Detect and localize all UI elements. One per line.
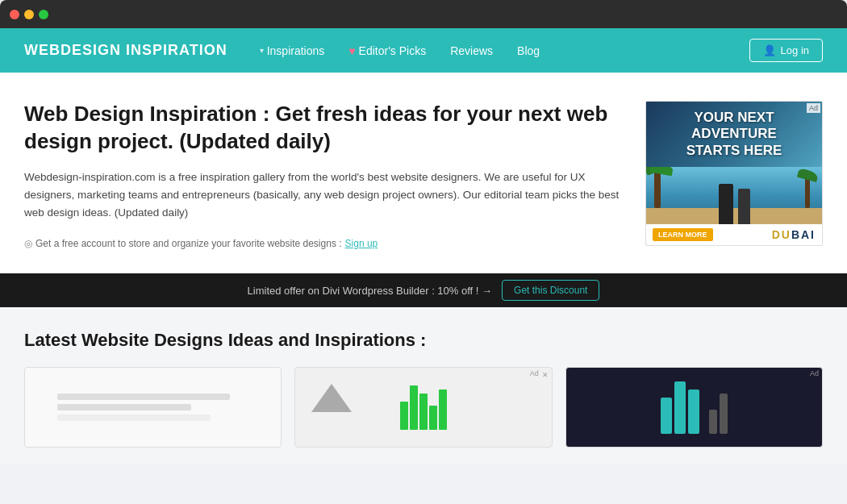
design-card-1[interactable]	[24, 367, 282, 448]
design-card-3[interactable]: Ad	[565, 367, 823, 448]
hero-description: Webdesign-inspiration.com is a free insp…	[24, 169, 621, 223]
promo-text: Limited offer on Divi Wordpress Builder …	[248, 285, 492, 297]
signup-link[interactable]: Sign up	[345, 238, 378, 249]
nav-label-inspirations: Inspirations	[267, 44, 325, 57]
nav-label-editors-picks: Editor's Picks	[359, 44, 427, 57]
browser-chrome	[0, 0, 847, 28]
hero-content: Web Design Inspiration : Get fresh ideas…	[24, 101, 621, 249]
ad-brand-text: DUBAI	[772, 227, 816, 242]
ad-learn-more-button[interactable]: LEARN MORE	[653, 228, 713, 241]
nav-link-editors-picks[interactable]: ♥ Editor's Picks	[348, 44, 426, 57]
signup-prompt: Get a free account to store and organize…	[35, 238, 342, 249]
user-icon: 👤	[763, 44, 776, 56]
design-card-2[interactable]: ✕ Ad	[294, 367, 552, 448]
latest-section: Latest Website Designs Ideas and Inspira…	[0, 307, 847, 464]
latest-section-title: Latest Website Designs Ideas and Inspira…	[24, 330, 823, 351]
ad-content: YOUR NEXT ADVENTURESTARTS HERE	[646, 102, 822, 245]
ad-bottom-bar: LEARN MORE DUBAI	[646, 224, 822, 245]
navbar-login: 👤 Log in	[749, 39, 823, 62]
login-button[interactable]: 👤 Log in	[749, 39, 823, 62]
cards-preview: ✕ Ad Ad	[24, 367, 823, 448]
nav-link-inspirations[interactable]: ▾ Inspirations	[260, 44, 325, 57]
nav-link-reviews[interactable]: Reviews	[450, 44, 493, 57]
hero-title: Web Design Inspiration : Get fresh ideas…	[24, 101, 621, 156]
site-brand[interactable]: WEBDESIGN INSPIRATION	[24, 42, 227, 59]
minimize-button[interactable]	[24, 10, 34, 19]
dropdown-arrow-icon: ▾	[260, 46, 264, 55]
hero-signup-line: ◎ Get a free account to store and organi…	[24, 238, 621, 249]
heart-icon: ♥	[348, 44, 355, 57]
ad-headline: YOUR NEXT ADVENTURESTARTS HERE	[654, 110, 814, 159]
nav-label-reviews: Reviews	[450, 44, 493, 57]
hero-section: Web Design Inspiration : Get fresh ideas…	[0, 73, 847, 273]
navbar-links: ▾ Inspirations ♥ Editor's Picks Reviews …	[260, 44, 717, 57]
promo-bar: Limited offer on Divi Wordpress Builder …	[0, 273, 847, 307]
traffic-lights	[10, 10, 48, 19]
navbar: WEBDESIGN INSPIRATION ▾ Inspirations ♥ E…	[0, 28, 847, 73]
nav-link-blog[interactable]: Blog	[517, 44, 540, 57]
promo-discount-button[interactable]: Get this Discount	[502, 280, 599, 301]
fullscreen-button[interactable]	[39, 10, 48, 19]
page-wrapper: WEBDESIGN INSPIRATION ▾ Inspirations ♥ E…	[0, 28, 847, 504]
login-label: Log in	[781, 44, 809, 56]
nav-label-blog: Blog	[517, 44, 540, 57]
circle-icon: ◎	[24, 238, 32, 249]
hero-ad-banner: Ad YOUR NEXT ADVENTURESTARTS HERE	[645, 101, 823, 246]
close-button[interactable]	[10, 10, 19, 19]
